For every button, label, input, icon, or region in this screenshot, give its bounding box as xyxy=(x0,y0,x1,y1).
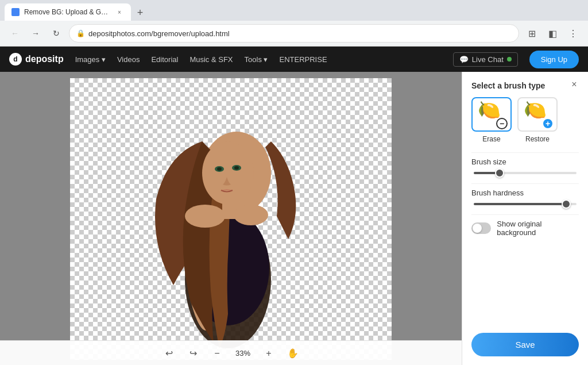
editor-window[interactable] xyxy=(70,78,392,360)
nav-editorial[interactable]: Editorial xyxy=(151,55,178,64)
logo-text: depositp xyxy=(25,54,64,64)
erase-brush-option[interactable]: 🍋 − Erase xyxy=(471,97,512,143)
nav-music[interactable]: Music & SFX xyxy=(189,55,233,64)
url-lock-icon: 🔒 xyxy=(76,29,85,37)
bottom-toolbar: ↩ ↪ − 33% + ✋ xyxy=(0,340,462,365)
restore-fruit-icon: 🍋 + xyxy=(524,101,551,128)
save-section: Save xyxy=(462,324,588,365)
erase-minus-icon: − xyxy=(496,118,508,129)
live-chat-label: Live Chat xyxy=(472,55,504,64)
brush-size-section: Brush size xyxy=(462,153,588,183)
tab-title: Remove BG: Upload & Get T... xyxy=(24,8,110,16)
redo-button[interactable]: ↪ xyxy=(184,345,202,362)
brush-hardness-track[interactable] xyxy=(474,203,577,205)
new-tab-button[interactable]: + xyxy=(132,5,148,21)
restore-emoji: 🍋 xyxy=(524,99,547,120)
brush-hardness-fill xyxy=(474,203,566,205)
address-bar: ← → ↻ 🔒 depositphotos.com/bgremover/uplo… xyxy=(0,21,588,46)
restore-brush-box[interactable]: 🍋 + xyxy=(517,97,558,132)
subject-image xyxy=(122,84,340,360)
live-chat-icon: 💬 xyxy=(459,55,469,64)
brush-size-label: Brush size xyxy=(471,157,579,166)
nav-enterprise[interactable]: ENTERPRISE xyxy=(280,55,327,64)
save-button[interactable]: Save xyxy=(471,333,579,356)
site-logo[interactable]: d depositp xyxy=(9,53,64,66)
svg-point-4 xyxy=(202,141,254,205)
show-original-toggle[interactable] xyxy=(471,222,491,234)
brush-hardness-section: Brush hardness xyxy=(462,184,588,214)
brush-size-track[interactable] xyxy=(474,172,577,174)
toggle-section: Show original background xyxy=(462,215,588,246)
undo-button[interactable]: ↩ xyxy=(160,345,177,362)
more-options-button[interactable]: ⋮ xyxy=(565,25,581,41)
nav-images[interactable]: Images ▾ xyxy=(75,55,106,64)
restore-label: Restore xyxy=(525,135,550,143)
canvas-area: ↩ ↪ − 33% + ✋ xyxy=(0,72,462,365)
restore-brush-option[interactable]: 🍋 + Restore xyxy=(517,97,558,143)
brush-type-selector: 🍋 − Erase 🍋 + Restore xyxy=(462,97,588,152)
brush-hardness-thumb[interactable] xyxy=(562,199,571,209)
zoom-out-button[interactable]: − xyxy=(208,345,226,362)
svg-point-7 xyxy=(217,167,222,171)
restore-plus-icon: + xyxy=(542,118,554,129)
back-button[interactable]: ← xyxy=(7,25,23,41)
url-text: depositphotos.com/bgremover/upload.html xyxy=(88,29,512,38)
live-chat-online-dot xyxy=(507,57,512,62)
browser-chrome: Remove BG: Upload & Get T... × + ← → ↻ 🔒… xyxy=(0,0,588,47)
tab-bar: Remove BG: Upload & Get T... × + xyxy=(0,0,588,21)
translate-button[interactable]: ⊞ xyxy=(524,25,540,41)
right-panel: × Select a brush type 🍋 − Erase 🍋 + xyxy=(462,72,588,365)
live-chat-button[interactable]: 💬 Live Chat xyxy=(453,52,518,67)
zoom-level-display: 33% xyxy=(233,349,253,358)
erase-label: Erase xyxy=(482,135,500,143)
svg-point-8 xyxy=(234,166,239,170)
tab-favicon xyxy=(11,8,20,16)
forward-button[interactable]: → xyxy=(28,25,44,41)
svg-point-10 xyxy=(185,205,225,228)
profile-button[interactable]: ◧ xyxy=(544,25,560,41)
nav-tools[interactable]: Tools ▾ xyxy=(245,55,268,64)
refresh-button[interactable]: ↻ xyxy=(48,25,64,41)
brush-size-thumb[interactable] xyxy=(495,168,504,178)
erase-brush-box[interactable]: 🍋 − xyxy=(471,97,512,132)
site-navbar: d depositp Images ▾ Videos Editorial Mus… xyxy=(0,47,588,72)
active-tab[interactable]: Remove BG: Upload & Get T... × xyxy=(5,3,131,21)
toggle-knob xyxy=(473,224,482,233)
panel-close-button[interactable]: × xyxy=(567,78,581,91)
hand-tool-button[interactable]: ✋ xyxy=(284,345,301,362)
brush-hardness-label: Brush hardness xyxy=(471,189,579,197)
tab-close-button[interactable]: × xyxy=(115,7,124,17)
url-bar[interactable]: 🔒 depositphotos.com/bgremover/upload.htm… xyxy=(69,24,519,43)
sign-up-button[interactable]: Sign Up xyxy=(529,51,579,68)
svg-point-11 xyxy=(234,205,268,225)
erase-fruit-icon: 🍋 − xyxy=(478,101,505,128)
main-content: ↩ ↪ − 33% + ✋ × Select a brush type 🍋 − … xyxy=(0,72,588,365)
zoom-in-button[interactable]: + xyxy=(260,345,277,362)
nav-videos[interactable]: Videos xyxy=(117,55,140,64)
erase-emoji: 🍋 xyxy=(478,99,501,120)
logo-icon: d xyxy=(9,53,22,66)
toggle-label: Show original background xyxy=(497,220,579,237)
